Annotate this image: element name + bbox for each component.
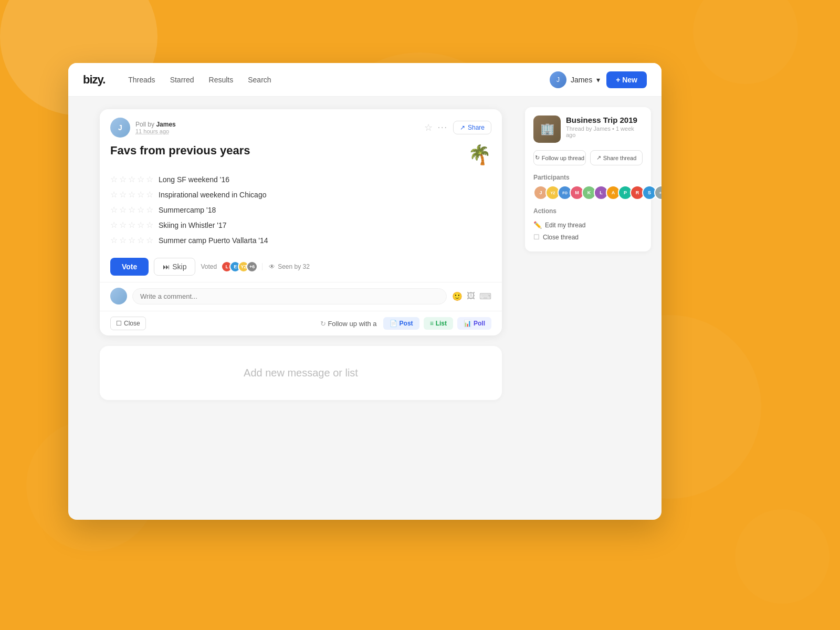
close-icon: ☐ [116,320,122,327]
participants-row: J YZ FO M K L A P R S +2 [533,185,643,200]
new-button[interactable]: + New [606,71,647,88]
share-icon: ↗ [460,124,465,131]
share-thread-button[interactable]: ↗ Share thread [590,150,643,165]
nav-search[interactable]: Search [248,76,271,84]
poll-actions: Vote ⏭ Skip Voted L E YZ +6 👁 Seen by 32 [100,251,502,282]
poll-option[interactable]: ☆ ☆ ☆ ☆ ☆ Skiing in Whistler '17 [110,220,491,230]
app-window: bizy. Threads Starred Results Search J J… [68,63,662,520]
seen-section: 👁 Seen by 32 [262,263,310,270]
edit-thread-label: Edit my thread [545,222,585,229]
star-icon: ☆ [146,190,153,200]
poll-emoji: 🌴 [468,144,491,166]
star-rating-5[interactable]: ☆ ☆ ☆ ☆ ☆ [110,235,153,245]
voted-avatars: L E YZ +6 [221,261,258,272]
actions-section: Actions ✏️ Edit my thread ☐ Close thread [533,207,643,243]
actions-label: Actions [533,207,643,215]
follow-icon: ↻ [535,154,540,161]
close-thread-action[interactable]: ☐ Close thread [533,231,643,243]
poll-meta: Poll by James 11 hours ago [135,121,419,134]
nav-results[interactable]: Results [209,76,234,84]
poll-header-actions: ☆ ··· ↗ Share [424,121,491,134]
user-badge[interactable]: J James ▾ [550,71,600,88]
edit-icon: ✏️ [533,221,542,229]
poll-option[interactable]: ☆ ☆ ☆ ☆ ☆ Summer camp Puerto Vallarta '1… [110,235,491,245]
star-icon: ☆ [128,205,135,215]
followup-buttons: 📄 Post ≡ List 📊 Poll [383,317,491,330]
image-icon[interactable]: 🖼 [467,291,475,301]
followup-list-button[interactable]: ≡ List [424,317,453,330]
poll-meta-top: Poll by James [135,121,419,128]
voted-section: Voted L E YZ +6 👁 Seen by 32 [201,261,491,272]
thread-image: 🏢 [533,116,561,143]
option-text: Inspirational weekend in Chicago [159,191,266,199]
emoji-icon[interactable]: 🙂 [452,291,463,301]
star-icon: ☆ [128,190,135,200]
user-avatar: J [550,71,566,88]
edit-thread-action[interactable]: ✏️ Edit my thread [533,219,643,231]
followup-poll-button[interactable]: 📊 Poll [457,317,491,330]
star-icon: ☆ [146,205,153,215]
eye-icon: 👁 [269,263,275,270]
main-content: J Poll by James 11 hours ago ☆ ··· ↗ [68,97,662,520]
poll-author-name: James [156,121,175,128]
star-icon: ☆ [119,235,127,245]
vote-button[interactable]: Vote [110,258,149,276]
star-icon: ☆ [146,220,153,230]
thread-header: 🏢 Business Trip 2019 Thread by James • 1… [533,116,643,143]
followup-bar: ☐ Close ↻ Follow up with a 📄 Post [100,311,502,335]
thread-card: 🏢 Business Trip 2019 Thread by James • 1… [525,107,651,251]
commenter-avatar [110,288,127,304]
star-icon: ☆ [128,235,135,245]
voted-label: Voted [201,263,217,270]
star-icon: ☆ [137,190,144,200]
nav-starred[interactable]: Starred [170,76,194,84]
thread-actions-row: ↻ Follow up thread ↗ Share thread [533,150,643,165]
share-thread-icon: ↗ [596,154,601,161]
poll-time: 11 hours ago [135,128,419,134]
dropdown-chevron-icon: ▾ [596,76,600,84]
followup-label: ↻ Follow up with a [320,320,377,328]
participant-avatar-more: +2 [654,185,662,200]
attachment-icon[interactable]: ⌨ [479,291,491,301]
star-icon: ☆ [110,220,118,230]
star-icon: ☆ [110,235,118,245]
star-icon: ☆ [146,174,153,184]
poll-option[interactable]: ☆ ☆ ☆ ☆ ☆ Summercamp '18 [110,205,491,215]
poll-option[interactable]: ☆ ☆ ☆ ☆ ☆ Long SF weekend '16 [110,174,491,184]
star-icon: ☆ [137,174,144,184]
star-button[interactable]: ☆ [424,122,433,133]
star-icon: ☆ [128,220,135,230]
skip-button[interactable]: ⏭ Skip [154,258,195,276]
close-thread-icon: ☐ [533,233,540,241]
share-button[interactable]: ↗ Share [453,121,491,134]
more-options-button[interactable]: ··· [438,123,448,132]
comment-input[interactable] [132,288,447,304]
comment-area: 🙂 🖼 ⌨ [100,282,502,311]
star-icon: ☆ [128,174,135,184]
star-rating-1[interactable]: ☆ ☆ ☆ ☆ ☆ [110,174,153,184]
nav-right: J James ▾ + New [550,71,647,88]
poll-author-avatar: J [110,118,130,138]
star-icon: ☆ [119,205,127,215]
star-icon: ☆ [119,220,127,230]
add-message-placeholder: Add new message or list [244,367,358,379]
star-icon: ☆ [119,190,127,200]
poll-icon: 📊 [464,320,471,327]
star-rating-4[interactable]: ☆ ☆ ☆ ☆ ☆ [110,220,153,230]
add-message-card[interactable]: Add new message or list [100,346,502,400]
star-icon: ☆ [137,205,144,215]
post-icon: 📄 [390,320,397,327]
poll-option[interactable]: ☆ ☆ ☆ ☆ ☆ Inspirational weekend in Chica… [110,190,491,200]
nav-threads[interactable]: Threads [128,76,155,84]
logo: bizy. [83,73,105,87]
thread-title: Business Trip 2019 [566,116,643,124]
star-rating-2[interactable]: ☆ ☆ ☆ ☆ ☆ [110,190,153,200]
close-poll-button[interactable]: ☐ Close [110,317,146,330]
close-thread-label: Close thread [543,234,579,241]
star-icon: ☆ [110,174,118,184]
option-text: Summercamp '18 [159,206,216,214]
followup-post-button[interactable]: 📄 Post [383,317,419,330]
thread-subtitle: Thread by James • 1 week ago [566,125,643,138]
star-rating-3[interactable]: ☆ ☆ ☆ ☆ ☆ [110,205,153,215]
follow-up-thread-button[interactable]: ↻ Follow up thread [533,150,586,165]
